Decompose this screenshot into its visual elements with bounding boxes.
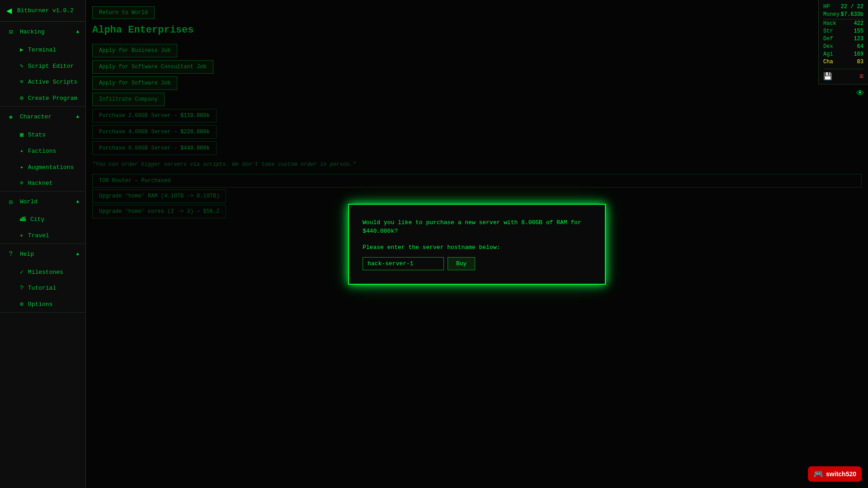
world-chevron: ▲ [76, 199, 79, 204]
app-title-bar: ◀ Bitburner v1.0.2 [0, 0, 85, 22]
hack-label: Hack [823, 20, 836, 27]
sidebar-item-hacknet[interactable]: ≡ Hacknet [0, 175, 85, 191]
travel-icon: ✈ [20, 232, 24, 239]
money-row: Money $7.633b [823, 11, 863, 18]
hacking-chevron: ▲ [76, 29, 79, 34]
sidebar-item-help[interactable]: ? Help ▲ [0, 244, 85, 264]
sidebar-item-city[interactable]: 🏙 City [0, 211, 85, 227]
milestones-icon: ✓ [20, 268, 24, 276]
modal-prompt: Please enter the server hostname below: [363, 244, 591, 251]
hacking-icon: ⊡ [6, 27, 15, 36]
active-scripts-icon: ≡ [20, 79, 24, 85]
script-editor-icon: ✎ [20, 62, 24, 70]
cha-row: Cha 83 [823, 59, 863, 65]
dex-label: Dex [823, 43, 833, 50]
str-value: 155 [854, 28, 863, 34]
world-icon: ◎ [6, 197, 15, 206]
sidebar-item-terminal[interactable]: ▶ Terminal [0, 42, 85, 58]
sidebar-item-augmentations[interactable]: ✦ Augmentations [0, 159, 85, 175]
app-title-text: Bitburner v1.0.2 [17, 7, 74, 14]
help-section: ? Help ▲ ✓ Milestones ? Tutorial ⚙ Optio… [0, 244, 85, 313]
agi-value: 169 [854, 51, 863, 57]
hp-row: HP 22 / 22 [823, 4, 863, 10]
nintendo-badge: 🎮 switch520 [808, 466, 862, 482]
buy-button[interactable]: Buy [448, 257, 475, 270]
tutorial-icon: ? [20, 285, 24, 291]
modal-overlay: Would you like to purchase a new server … [86, 0, 868, 488]
modal-question: Would you like to purchase a new server … [363, 218, 591, 236]
sidebar-item-hacking[interactable]: ⊡ Hacking ▲ [0, 22, 85, 42]
str-label: Str [823, 28, 833, 34]
character-chevron: ▲ [76, 114, 79, 119]
hack-row: Hack 422 [823, 20, 863, 27]
purchase-modal: Would you like to purchase a new server … [348, 204, 606, 285]
sidebar-item-travel[interactable]: ✈ Travel [0, 227, 85, 244]
eye-icon-area: 👁 [856, 89, 864, 98]
sidebar-item-milestones[interactable]: ✓ Milestones [0, 264, 85, 280]
agi-label: Agi [823, 51, 833, 57]
money-value: $7.633b [841, 11, 863, 18]
def-value: 123 [854, 36, 863, 42]
stats-icons: 💾 ≡ [823, 69, 863, 80]
factions-icon: ✦ [20, 147, 24, 155]
str-row: Str 155 [823, 28, 863, 34]
modal-input-row: Buy [363, 257, 591, 270]
sidebar-item-stats[interactable]: ▦ Stats [0, 127, 85, 143]
nintendo-brand-text: switch520 [826, 470, 856, 478]
sidebar-item-factions[interactable]: ✦ Factions [0, 143, 85, 159]
hacknet-icon: ≡ [20, 180, 24, 187]
sidebar-item-options[interactable]: ⚙ Options [0, 296, 85, 312]
character-icon: ◈ [6, 112, 15, 121]
sidebar-item-world[interactable]: ◎ World ▲ [0, 192, 85, 211]
eye-icon-button[interactable]: 👁 [856, 89, 864, 98]
hostname-input[interactable] [363, 257, 444, 270]
main-content: Return to World Alpha Enterprises Apply … [86, 0, 868, 488]
agi-row: Agi 169 [823, 51, 863, 57]
create-program-icon: ⚙ [20, 94, 24, 102]
augmentations-icon: ✦ [20, 164, 24, 171]
back-button[interactable]: ◀ [5, 6, 14, 15]
stats-icon: ▦ [20, 131, 24, 138]
dex-row: Dex 64 [823, 43, 863, 50]
def-row: Def 123 [823, 36, 863, 42]
hacking-section: ⊡ Hacking ▲ ▶ Terminal ✎ Script Editor ≡… [0, 22, 85, 107]
city-icon: 🏙 [20, 216, 26, 223]
sidebar-item-tutorial[interactable]: ? Tutorial [0, 280, 85, 296]
hp-value: 22 / 22 [841, 4, 863, 10]
help-chevron: ▲ [76, 251, 79, 257]
sidebar-item-active-scripts[interactable]: ≡ Active Scripts [0, 74, 85, 90]
character-section: ◈ Character ▲ ▦ Stats ✦ Factions ✦ Augme… [0, 107, 85, 192]
dex-value: 64 [857, 43, 863, 50]
sidebar-item-character[interactable]: ◈ Character ▲ [0, 107, 85, 127]
stats-panel: HP 22 / 22 Money $7.633b Hack 422 Str 15… [818, 0, 868, 84]
sidebar-item-create-program[interactable]: ⚙ Create Program [0, 90, 85, 106]
terminal-icon: ▶ [20, 46, 24, 53]
cha-label: Cha [823, 59, 833, 65]
world-section: ◎ World ▲ 🏙 City ✈ Travel [0, 192, 85, 244]
nintendo-logo-icon: 🎮 [813, 469, 823, 479]
help-icon: ? [6, 249, 15, 258]
hack-value: 422 [854, 20, 863, 27]
cha-value: 83 [857, 59, 863, 65]
sidebar: ◀ Bitburner v1.0.2 ⊡ Hacking ▲ ▶ Termina… [0, 0, 86, 488]
hp-label: HP [823, 4, 830, 10]
sidebar-item-script-editor[interactable]: ✎ Script Editor [0, 58, 85, 74]
save-icon-button[interactable]: 💾 [823, 72, 832, 80]
money-label: Money [823, 11, 840, 18]
def-label: Def [823, 36, 833, 42]
settings-icon-button[interactable]: ≡ [859, 72, 863, 80]
options-icon: ⚙ [20, 300, 24, 308]
